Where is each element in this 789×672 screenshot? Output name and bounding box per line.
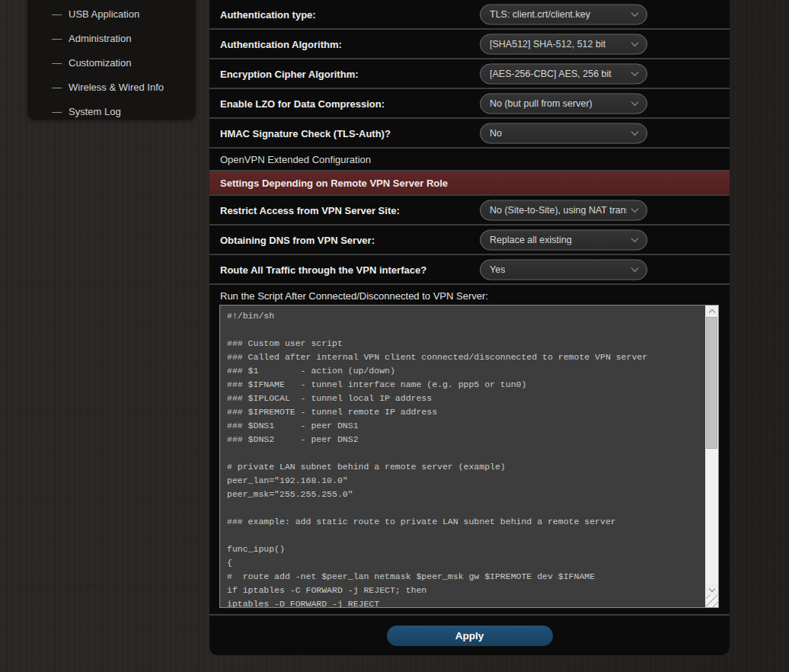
apply-section: Apply [209, 616, 730, 655]
sidebar-item-customization[interactable]: — Customization [27, 50, 196, 75]
chevron-down-icon [631, 128, 639, 136]
script-content: #!/bin/sh ### Custom user script ### Cal… [220, 306, 718, 607]
sidebar-item-system-log[interactable]: — System Log [27, 99, 196, 123]
field-label: Authentication Algorithm: [220, 38, 342, 50]
chevron-down-icon [631, 39, 639, 46]
hmac-check-select[interactable]: No [480, 123, 647, 143]
sidebar-item-usb-application[interactable]: — USB Application [27, 2, 196, 26]
form-row-route-all-traffic: Route All Traffic through the VPN interf… [209, 255, 730, 283]
chevron-down-icon [631, 264, 639, 272]
vpn-settings-panel: Authentication type: TLS: client.crt/cli… [209, 0, 730, 655]
apply-button[interactable]: Apply [387, 626, 553, 646]
sidebar-item-administration[interactable]: — Administration [27, 26, 196, 50]
scrollbar-thumb[interactable] [706, 317, 717, 449]
encryption-cipher-select[interactable]: [AES-256-CBC] AES, 256 bit [480, 63, 647, 84]
form-row-restrict-access: Restrict Access from VPN Server Site: No… [209, 196, 730, 224]
menu-dash-icon: — [52, 106, 69, 117]
lzo-compression-select[interactable]: No (but pull from server) [480, 93, 647, 114]
restrict-access-select[interactable]: No (Site-to-Site), using NAT trans [480, 200, 647, 220]
form-row-authentication-algorithm: Authentication Algorithm: [SHA512] SHA-5… [209, 30, 730, 58]
menu-dash-icon: — [52, 8, 69, 20]
sidebar-item-label: Administration [69, 33, 131, 44]
form-row-hmac-check: HMAC Signature Check (TLS-Auth)? No [209, 119, 730, 147]
form-row-lzo-compression: Enable LZO for Data Compression: No (but… [209, 89, 730, 117]
scroll-up-icon [708, 309, 714, 315]
chevron-down-icon [631, 69, 639, 76]
form-row-dns-mode: Obtaining DNS from VPN Server: Replace a… [209, 226, 730, 254]
authentication-algorithm-select[interactable]: [SHA512] SHA-512, 512 bit [480, 34, 647, 54]
field-label: Route All Traffic through the VPN interf… [220, 264, 426, 275]
dns-mode-select[interactable]: Replace all existing [480, 229, 647, 250]
scroll-down-button[interactable] [705, 584, 718, 595]
script-label: Run the Script After Connected/Disconnec… [220, 290, 719, 302]
chevron-down-icon [631, 205, 639, 213]
field-label: Encryption Cipher Algorithm: [220, 68, 359, 79]
route-traffic-select[interactable]: Yes [480, 259, 647, 280]
field-label: Enable LZO for Data Compression: [220, 98, 385, 109]
menu-dash-icon: — [52, 33, 69, 44]
scroll-up-button[interactable] [705, 306, 718, 317]
sidebar-item-label: Wireless & Wired Info [69, 82, 164, 93]
form-row-authentication-type: Authentication type: TLS: client.crt/cli… [209, 0, 730, 28]
menu-dash-icon: — [52, 57, 69, 69]
chevron-down-icon [631, 235, 639, 242]
sidebar-item-wireless-wired-info[interactable]: — Wireless & Wired Info [27, 75, 196, 99]
section-header-remote-vpn-role: Settings Depending on Remote VPN Server … [209, 171, 730, 194]
field-label: Restrict Access from VPN Server Site: [220, 204, 400, 216]
script-section: Run the Script After Connected/Disconnec… [209, 285, 730, 614]
section-header-openvpn-extended: OpenVPN Extended Configuration [209, 149, 730, 170]
sidebar-item-label: Customization [69, 57, 131, 69]
sidebar-item-label: USB Application [69, 8, 139, 20]
menu-dash-icon: — [52, 82, 69, 93]
sidebar-menu: — USB Application — Administration — Cus… [27, 0, 196, 120]
form-row-encryption-cipher: Encryption Cipher Algorithm: [AES-256-CB… [209, 59, 730, 88]
chevron-down-icon [631, 9, 639, 17]
field-label: HMAC Signature Check (TLS-Auth)? [220, 127, 391, 139]
section-title: Settings Depending on Remote VPN Server … [220, 178, 448, 189]
vpn-script-textarea[interactable]: #!/bin/sh ### Custom user script ### Cal… [219, 305, 719, 608]
scroll-down-icon [708, 585, 714, 591]
section-title: OpenVPN Extended Configuration [220, 154, 371, 165]
textarea-scrollbar[interactable] [705, 306, 718, 607]
field-label: Obtaining DNS from VPN Server: [220, 234, 375, 245]
field-label: Authentication type: [220, 8, 316, 20]
textarea-resize-grip-icon[interactable] [706, 595, 718, 607]
chevron-down-icon [631, 98, 639, 106]
authentication-type-select[interactable]: TLS: client.crt/client.key [480, 4, 647, 24]
sidebar-item-label: System Log [69, 106, 121, 117]
